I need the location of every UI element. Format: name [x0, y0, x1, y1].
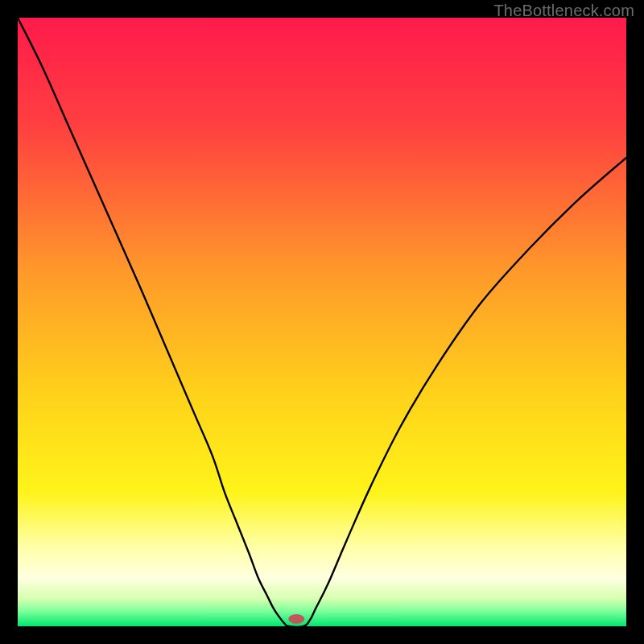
optimal-point-marker [288, 614, 304, 624]
outer-frame: TheBottleneck.com [0, 0, 644, 644]
gradient-background [18, 18, 626, 626]
bottleneck-chart [18, 18, 626, 626]
